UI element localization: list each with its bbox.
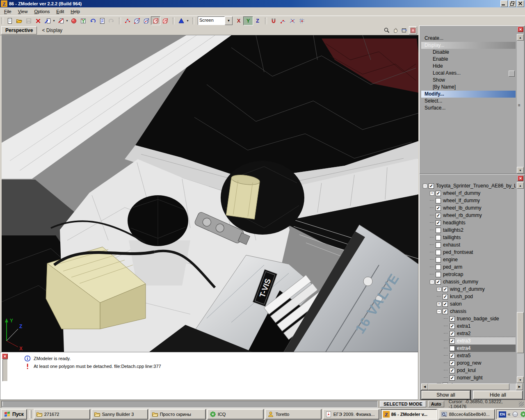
close-button[interactable] [517,0,524,7]
visibility-checkbox[interactable]: ✓ [450,368,455,373]
command-item-select[interactable]: Select... [421,98,516,105]
axis-button-z[interactable]: Z [253,17,262,25]
tree-item-wheel_lb_dummy[interactable]: ✓wheel_lb_dummy [421,204,516,212]
auto-button[interactable]: Auto [428,401,444,407]
tree-item-extra4[interactable]: extra4 [421,345,516,352]
toolbar-button-scene-mode[interactable] [160,16,170,25]
scroll-thumb[interactable] [428,383,509,390]
scroll-down-icon[interactable]: ▼ [517,167,524,173]
tree-item-chassis[interactable]: −✓chassis [421,308,516,315]
command-item-modify[interactable]: Modify... [421,91,516,98]
local-axes-toggle[interactable] [509,71,515,77]
visibility-checkbox[interactable]: ✓ [450,338,455,344]
task-button-88ccec4a5be8b40[interactable]: 88ccec4a5be8b40... [438,409,495,420]
tree-item-headlights[interactable]: ✓headlights [421,219,516,226]
dropdown-arrow-icon[interactable]: ▾ [186,19,189,23]
command-item-display[interactable]: Display... [421,42,516,49]
toolbar-button-edges-mode[interactable] [132,16,142,25]
title-bar[interactable]: Z 86 - ZModeler ver 2.2.2 (Build 964) [0,0,525,7]
tree-item-taillights2[interactable]: taillights2 [421,226,516,234]
tree-item-ped_frontseat[interactable]: ped_frontseat [421,249,516,256]
command-item-surface[interactable]: Surface... [421,105,516,112]
scroll-right-icon[interactable]: ▶ [516,383,523,390]
toolbar-button-polygons-mode[interactable] [142,16,151,25]
tree-item-engine[interactable]: engine [421,256,516,263]
tree-item-Toyota_Sprinter_Trueno_AE86_by_Le[interactable]: −✓Toyota_Sprinter_Trueno_AE86_by_Le [421,182,516,189]
orbit-tool-icon[interactable] [400,27,408,34]
breadcrumb[interactable]: < Display [42,27,62,33]
toolbar-button-cone-primitive[interactable] [176,16,186,25]
visibility-checkbox[interactable]: ✓ [429,183,434,189]
tree-item-extra5[interactable]: ✓extra5 [421,352,516,359]
visibility-checkbox[interactable]: ✓ [443,301,448,307]
toolbar-grip[interactable] [1,18,3,24]
log-scrollbar[interactable] [2,359,8,381]
scroll-thumb[interactable] [517,312,524,353]
taskbar-grip[interactable] [29,410,32,418]
toolbar-button-log-document[interactable] [97,16,107,25]
tray-daemon-icon[interactable] [512,411,518,418]
menu-options[interactable]: Options [31,8,53,15]
command-panel-scrollbar[interactable]: ▲ ≡ ▼ [517,34,524,173]
menu-edit[interactable]: Edit [53,8,67,15]
toolbar-button-open-folder[interactable] [14,16,24,25]
tree-item-taillights[interactable]: taillights [421,234,516,241]
visibility-checkbox[interactable]: ✓ [450,324,455,329]
viewport-tab-perspective[interactable]: Perspective [1,26,37,34]
command-item-hide[interactable]: Hide [421,63,516,70]
view-mode-dropdown-icon[interactable]: ▼ [225,16,233,25]
visibility-checkbox[interactable]: ✓ [450,353,455,358]
toolbar-grip[interactable] [119,18,121,24]
task-button-просто-скрины[interactable]: Просто скрины [149,409,206,420]
command-item-local-axes[interactable]: Local Axes... [421,70,516,77]
tree-item-exhaust[interactable]: exhaust [421,241,516,249]
expand-icon[interactable]: + [437,302,441,306]
viewport-3d-canvas[interactable]: T-VIS 16 VALVE Y Z [2,35,418,352]
tree-item-wheel_rb_dummy[interactable]: ✓wheel_rb_dummy [421,212,516,219]
model-brake-reservoir[interactable] [226,173,260,219]
toolbar-button-material-sphere[interactable] [69,16,78,25]
command-item-by-name[interactable]: [By Name] [421,84,516,91]
visibility-checkbox[interactable]: ✓ [450,331,455,336]
log-close-button[interactable]: ✕ [2,354,8,359]
visibility-checkbox[interactable]: ✓ [436,213,441,218]
visibility-checkbox[interactable] [436,228,441,233]
scroll-grip[interactable]: ≡ [518,103,520,107]
tree-item-krush_pod[interactable]: ✓krush_pod [421,293,516,300]
visibility-checkbox[interactable]: ✓ [443,309,448,314]
toolbar-button-redo[interactable] [107,16,116,25]
visibility-checkbox[interactable]: ✓ [450,316,455,322]
toolbar-button-new-file[interactable] [5,16,14,25]
toolbar-button-delete-x[interactable] [33,16,43,25]
toolbar-grip[interactable] [192,18,194,24]
tray-chevron[interactable]: « [508,411,511,417]
toolbar-button-snap-vertices[interactable] [278,16,288,25]
restore-button[interactable] [509,0,516,7]
expand-icon[interactable]: + [430,191,434,196]
visibility-checkbox[interactable] [436,257,441,262]
visibility-checkbox[interactable] [436,235,441,240]
task-button-271672[interactable]: 271672 [34,409,90,420]
tree-item-extra2[interactable]: ✓extra2 [421,330,516,337]
toolbar-button-save[interactable] [24,16,33,25]
tree-item-salon[interactable]: +✓salon [421,300,516,308]
command-item-show[interactable]: Show [421,77,516,84]
model-air-cleaner[interactable] [128,195,190,285]
scroll-down-icon[interactable]: ▼ [517,377,524,383]
command-item-disable[interactable]: Disable [421,49,516,56]
toolbar-button-objects-mode[interactable] [151,16,160,25]
toolbar-button-material-browser[interactable] [78,16,88,25]
axis-button-x[interactable]: X [234,17,243,25]
pan-tool-icon[interactable] [392,27,399,34]
visibility-checkbox[interactable]: ✓ [450,361,455,366]
mode-indicator[interactable]: SELECTED MODE [380,401,426,407]
tree-item-wheel_rf_dummy[interactable]: +✓wheel_rf_dummy [421,189,516,197]
maximize-viewport-button[interactable] [409,26,417,34]
scroll-up-icon[interactable]: ▲ [517,182,524,189]
tree-item-extra1[interactable]: ✓extra1 [421,322,516,330]
visibility-checkbox[interactable] [436,242,441,248]
task-button-86-zmodeler-v[interactable]: Z86 - ZModeler v... [381,409,437,420]
start-button[interactable]: Пуск [1,409,27,420]
toolbar-grip[interactable] [265,18,267,24]
scroll-up-icon[interactable]: ▲ [517,34,524,41]
